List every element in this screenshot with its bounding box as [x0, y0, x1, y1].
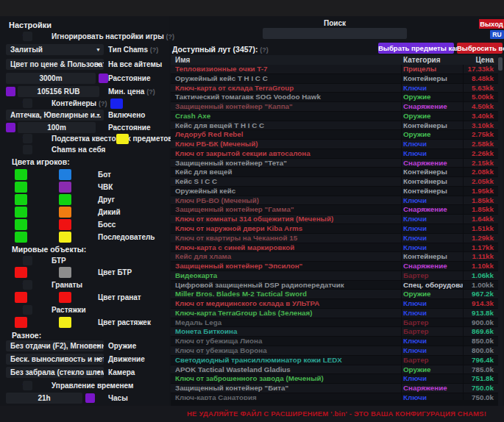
drop-all-button[interactable]: Выбросить все: [457, 43, 503, 54]
type-color-swatch[interactable]: [59, 232, 71, 243]
item-category: Снаряжение: [402, 384, 464, 393]
type-color-swatch[interactable]: [59, 219, 71, 230]
containers-color-swatch[interactable]: [110, 99, 123, 109]
hours-input[interactable]: 21h: [6, 393, 82, 404]
select-kappa-items-button[interactable]: Выбрать предметы каппа: [378, 43, 454, 54]
table-row[interactable]: Ключ-карта СанаторияКлючи750.0k: [171, 393, 498, 400]
tripwires-checkbox[interactable]: [23, 304, 34, 315]
exit-button[interactable]: Выход: [479, 19, 504, 29]
table-row[interactable]: Оружейный кейс T H I C CКонтейнеры8.48kk: [171, 74, 498, 84]
table-row[interactable]: Ключ-карта от склада TerraGroupКлючи5.63…: [171, 84, 498, 93]
object-color-swatch[interactable]: [59, 267, 71, 278]
table-row[interactable]: Ключ-карта TerraGroup Labs (Зеленая)Ключ…: [171, 309, 498, 318]
table-row[interactable]: Ключ от комнаты 314 общежития (Меченый)К…: [171, 215, 498, 224]
weapon-dropdown[interactable]: Без отдачи (F2), Мгновенное п▼: [6, 340, 104, 351]
table-row[interactable]: Ключ РБ-БК (Меченый)Ключи2.58kk: [171, 140, 498, 149]
min-price-color-swatch[interactable]: [6, 87, 15, 96]
object-color-swatch[interactable]: [59, 317, 71, 328]
table-row[interactable]: Защищенный контейнер "Каппа"Снаряжение4.…: [171, 102, 498, 112]
camera-dropdown[interactable]: Без забрала (стекло шлема)▼: [6, 367, 104, 378]
scrollbar-thumb[interactable]: [498, 57, 503, 71]
table-row[interactable]: Защищенный контейнер "Гамма"Снаряжение1.…: [171, 205, 498, 215]
type-color-swatch[interactable]: [59, 169, 71, 180]
help-icon[interactable]: (?): [146, 88, 155, 96]
distance-color-swatch[interactable]: [99, 74, 108, 83]
table-row[interactable]: Ключ от квартиры на Чеканной 15Ключи1.29…: [171, 234, 498, 243]
column-header-name[interactable]: Имя: [171, 55, 402, 65]
table-row[interactable]: Кейс S I C CКонтейнеры2.05kk: [171, 177, 498, 187]
visible-color-swatch[interactable]: [15, 292, 27, 303]
containers-distance-color-swatch[interactable]: [6, 123, 15, 132]
grenades-checkbox[interactable]: [23, 279, 34, 290]
column-header-price[interactable]: Цена: [464, 55, 498, 65]
table-row[interactable]: Ключ РБ-ВО (Меченый)Ключи1.85kk: [171, 196, 498, 206]
item-price: 1.17kk: [464, 243, 498, 252]
visible-color-swatch[interactable]: [15, 169, 27, 180]
distance-input[interactable]: 3000m: [6, 73, 96, 84]
table-row[interactable]: Защищенный контейнер "Эпсилон"Снаряжение…: [171, 262, 498, 271]
table-row[interactable]: Ключ от заброшенного завода (Меченый)Клю…: [171, 374, 498, 384]
type-color-swatch[interactable]: [59, 182, 71, 193]
table-row[interactable]: Crash AxeОружие3.40kk: [171, 112, 498, 121]
table-row[interactable]: Ключ-карта с синей маркировкойКлючи1.17k…: [171, 243, 498, 253]
help-icon[interactable]: (?): [99, 100, 107, 107]
table-row[interactable]: ВидеокартаБартер1.06kk: [171, 271, 498, 281]
table-row[interactable]: Тактический томагавк SOG Voodoo HawkОруж…: [171, 93, 498, 102]
table-row[interactable]: Защищенный контейнер "Бита"Снаряжение750…: [171, 384, 498, 393]
item-category: Снаряжение: [402, 102, 464, 111]
table-row[interactable]: Кейс для вещей T H I C CКонтейнеры3.10kk: [171, 121, 498, 131]
type-color-swatch[interactable]: [59, 207, 71, 218]
visible-color-swatch[interactable]: [15, 194, 27, 205]
table-row[interactable]: Miller Bros. Blades M-2 Tactical SwordОр…: [171, 290, 498, 299]
column-header-category[interactable]: Категория: [402, 55, 464, 65]
search-input[interactable]: [263, 28, 407, 39]
time-control-checkbox[interactable]: [23, 380, 34, 391]
all-items-dropdown[interactable]: Цвет по цене & Пользователь▼: [6, 59, 104, 70]
table-row[interactable]: Кейс для вещейКонтейнеры2.08kk: [171, 168, 498, 177]
table-row[interactable]: Тепловизионные очки T-7Прицелы17.33kk: [171, 65, 498, 74]
table-row[interactable]: Защищенный контейнер "Тета"Снаряжение2.1…: [171, 159, 498, 168]
table-row[interactable]: Ключ от закрытой секции автосалонаКлючи2…: [171, 149, 498, 159]
chams-type-dropdown[interactable]: Залитый▼: [6, 44, 104, 55]
checkbox-box: [23, 256, 32, 265]
table-row[interactable]: Монета БиткоинаБартер869.6k: [171, 327, 498, 337]
containers-checkbox[interactable]: [23, 98, 34, 109]
item-price: 4.50kk: [464, 102, 498, 111]
btr-checkbox[interactable]: [23, 255, 34, 266]
table-row[interactable]: Медаль LegaБартер900.0k: [171, 318, 498, 328]
quest-items-checkbox[interactable]: [23, 133, 34, 144]
table-row[interactable]: Ключ от убежища ВоронаКлючи800.0k: [171, 346, 498, 356]
visible-color-swatch[interactable]: [15, 267, 27, 278]
table-row[interactable]: Светодиодный трансиллюминатор кожи LEDXБ…: [171, 356, 498, 365]
table-row[interactable]: APOK Tactical Wasteland GladiusОружие785…: [171, 365, 498, 375]
item-name: Ключ от закрытой секции автосалона: [171, 149, 402, 158]
visible-color-swatch[interactable]: [15, 232, 27, 243]
table-row[interactable]: Ключ от убежища ЛионаКлючи850.0k: [171, 337, 498, 346]
table-row[interactable]: Ледоруб Red RebelОружие2.75kk: [171, 130, 498, 140]
item-price: 1.95kk: [464, 187, 498, 196]
containers-mode-dropdown[interactable]: Аптечка, Ювелирные и...▼: [6, 110, 104, 121]
help-icon[interactable]: (?): [260, 46, 269, 54]
movement-dropdown[interactable]: Беск. выносливость и нет уста▼: [6, 354, 104, 365]
visible-color-swatch[interactable]: [15, 219, 27, 230]
type-color-swatch[interactable]: [59, 194, 71, 205]
chams-self-checkbox[interactable]: [23, 144, 34, 155]
table-row[interactable]: Ключ от наружной двери Kiba ArmsКлючи1.5…: [171, 224, 498, 234]
table-row[interactable]: Оружейный кейсКонтейнеры1.95kk: [171, 187, 498, 196]
ignore-game-settings-checkbox[interactable]: [23, 31, 34, 42]
table-row[interactable]: Цифровой защищенный DSP радиопередатчикС…: [171, 281, 498, 290]
visible-color-swatch[interactable]: [15, 182, 27, 193]
help-icon[interactable]: (?): [166, 33, 174, 40]
language-button[interactable]: RU: [490, 30, 504, 39]
table-scrollbar[interactable]: [498, 55, 503, 406]
table-row[interactable]: Ключ от медицинского склада в УЛЬТРАКлюч…: [171, 299, 498, 309]
item-category: Бартер: [402, 327, 464, 336]
help-icon[interactable]: (?): [150, 46, 159, 54]
visible-color-swatch[interactable]: [15, 317, 27, 328]
visible-color-swatch[interactable]: [15, 207, 27, 218]
table-row[interactable]: Кейс для хламаКонтейнеры1.11kk: [171, 252, 498, 262]
quest-items-color-swatch[interactable]: [116, 134, 129, 144]
hours-color-swatch[interactable]: [85, 393, 95, 403]
item-category: Контейнеры: [402, 187, 464, 196]
object-color-swatch[interactable]: [59, 292, 71, 303]
